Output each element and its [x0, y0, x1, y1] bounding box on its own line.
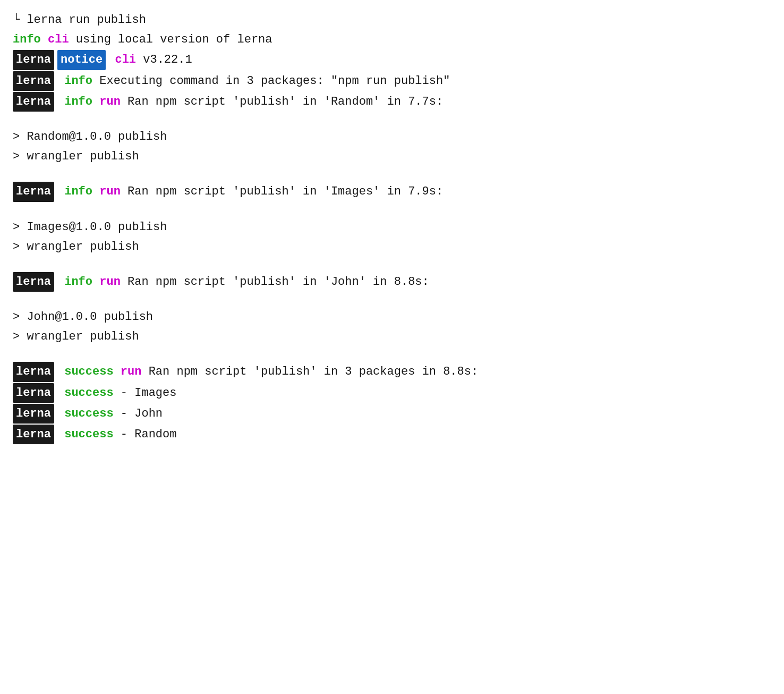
cmd-text: > wrangler publish — [13, 238, 139, 256]
success-label: success — [57, 384, 114, 402]
rest-text: Executing command in 3 packages: "npm ru… — [92, 72, 450, 90]
terminal-line: > wrangler publish — [13, 238, 771, 256]
info-label: info — [57, 273, 92, 291]
blank-line — [13, 257, 771, 272]
success-label: success — [57, 425, 114, 444]
lerna-badge: lerna — [13, 272, 54, 292]
terminal-line: lerna info run Ran npm script 'publish' … — [13, 92, 771, 112]
blank-line — [13, 167, 771, 182]
terminal-line: > wrangler publish — [13, 147, 771, 166]
rest-text: Ran npm script 'publish' in 'Images' in … — [121, 182, 443, 201]
success-label: success — [57, 404, 114, 423]
run-label: run — [114, 362, 142, 381]
lerna-badge: lerna — [13, 50, 54, 70]
rest-text: - Random — [114, 425, 177, 444]
cmd-text: > Images@1.0.0 publish — [13, 218, 167, 236]
cmd-text: > wrangler publish — [13, 327, 139, 346]
rest-text: - John — [114, 404, 163, 423]
rest-text: Ran npm script 'publish' in 'Random' in … — [121, 92, 443, 111]
terminal-line: lernanotice cli v3.22.1 — [13, 50, 771, 70]
rest-text: Ran npm script 'publish' in 'John' in 8.… — [121, 273, 429, 291]
rest-text: Ran npm script 'publish' in 3 packages i… — [141, 362, 478, 381]
terminal-line: lerna info run Ran npm script 'publish' … — [13, 182, 771, 201]
blank-line — [13, 293, 771, 308]
cmd-text: > wrangler publish — [13, 147, 139, 166]
rest-text: - Images — [114, 384, 177, 402]
run-label: run — [92, 273, 121, 291]
blank-line — [13, 347, 771, 362]
terminal-line: > Random@1.0.0 publish — [13, 128, 771, 146]
cmd-text: > John@1.0.0 publish — [13, 308, 153, 326]
success-label: success — [57, 362, 114, 381]
header-text: └ lerna run publish — [13, 11, 146, 29]
terminal-line: lerna info Executing command in 3 packag… — [13, 71, 771, 91]
cli-label: cli — [48, 30, 69, 49]
cli-label: cli — [108, 50, 136, 69]
lerna-badge: lerna — [13, 383, 54, 403]
lerna-badge: lerna — [13, 92, 54, 112]
terminal-line: > John@1.0.0 publish — [13, 308, 771, 326]
info-label: info — [57, 182, 92, 201]
lerna-badge: lerna — [13, 182, 54, 201]
blank-line — [13, 113, 771, 128]
space — [41, 30, 48, 49]
blank-line — [13, 203, 771, 218]
terminal-line: lerna success run Ran npm script 'publis… — [13, 362, 771, 382]
run-label: run — [92, 182, 121, 201]
rest-text: v3.22.1 — [136, 50, 192, 69]
lerna-badge: lerna — [13, 425, 54, 444]
lerna-badge: lerna — [13, 362, 54, 382]
info-label: info — [13, 30, 41, 49]
terminal-line: lerna success - Images — [13, 383, 771, 403]
cmd-text: > Random@1.0.0 publish — [13, 128, 167, 146]
terminal-line: └ lerna run publish — [13, 11, 771, 29]
lerna-badge: lerna — [13, 71, 54, 91]
terminal-output: └ lerna run publishinfo cli using local … — [13, 11, 771, 444]
rest-text: using local version of lerna — [69, 30, 272, 49]
terminal-line: lerna success - Random — [13, 425, 771, 444]
terminal-line: lerna success - John — [13, 404, 771, 424]
run-label: run — [92, 92, 121, 111]
terminal-line: lerna info run Ran npm script 'publish' … — [13, 272, 771, 292]
lerna-badge: lerna — [13, 404, 54, 424]
terminal-line: > Images@1.0.0 publish — [13, 218, 771, 236]
info-label: info — [57, 92, 92, 111]
terminal-line: > wrangler publish — [13, 327, 771, 346]
terminal-line: info cli using local version of lerna — [13, 30, 771, 49]
info-label: info — [57, 72, 92, 90]
notice-badge: notice — [57, 50, 106, 70]
